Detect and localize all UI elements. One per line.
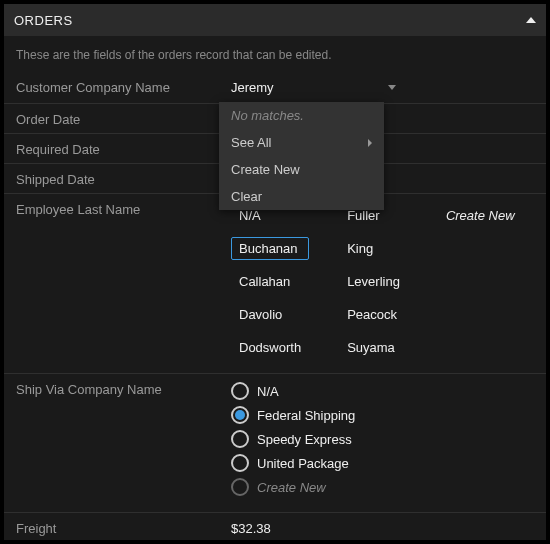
ship-via-option[interactable]: Federal Shipping <box>231 406 534 424</box>
label-required-date: Required Date <box>16 140 231 157</box>
radio-icon <box>231 406 249 424</box>
ship-via-option[interactable]: N/A <box>231 382 534 400</box>
panel-title: ORDERS <box>14 13 73 28</box>
dropdown-see-all-label: See All <box>231 135 271 150</box>
employee-option[interactable]: Leverling <box>339 270 408 293</box>
row-customer-company-name: Customer Company Name Jeremy No matches.… <box>4 72 546 104</box>
radio-icon <box>231 454 249 472</box>
panel-header: ORDERS <box>4 4 546 36</box>
customer-company-combobox[interactable]: Jeremy No matches. See All Create New Cl… <box>231 78 396 97</box>
employee-option[interactable]: King <box>339 237 408 260</box>
row-employee-last-name: Employee Last Name N/ABuchananCallahanDa… <box>4 194 546 374</box>
ship-via-option[interactable]: United Package <box>231 454 534 472</box>
label-customer-company-name: Customer Company Name <box>16 78 231 95</box>
row-freight: Freight $32.38 <box>4 513 546 542</box>
employee-create-new[interactable]: Create New <box>438 204 523 227</box>
radio-icon <box>231 382 249 400</box>
ship-via-option[interactable]: Speedy Express <box>231 430 534 448</box>
label-shipped-date: Shipped Date <box>16 170 231 187</box>
radio-label: United Package <box>257 456 349 471</box>
radio-label: Create New <box>257 480 326 495</box>
chevron-down-icon[interactable] <box>388 85 396 90</box>
employee-grid: N/ABuchananCallahanDavolioDodsworth Full… <box>231 200 534 359</box>
orders-panel: ORDERS These are the fields of the order… <box>0 0 550 544</box>
collapse-icon[interactable] <box>526 17 536 23</box>
radio-icon <box>231 478 249 496</box>
employee-option[interactable]: Callahan <box>231 270 309 293</box>
employee-option[interactable]: Peacock <box>339 303 408 326</box>
dropdown-clear[interactable]: Clear <box>219 183 384 210</box>
ship-via-create-new[interactable]: Create New <box>231 478 534 496</box>
helper-text: These are the fields of the orders recor… <box>4 36 546 72</box>
employee-option[interactable]: Suyama <box>339 336 408 359</box>
dropdown-no-matches: No matches. <box>219 102 384 129</box>
panel-content: These are the fields of the orders recor… <box>4 36 546 542</box>
radio-label: Speedy Express <box>257 432 352 447</box>
dropdown-see-all[interactable]: See All <box>219 129 384 156</box>
radio-label: Federal Shipping <box>257 408 355 423</box>
label-employee-last-name: Employee Last Name <box>16 200 231 217</box>
customer-company-dropdown: No matches. See All Create New Clear <box>219 102 384 210</box>
freight-value[interactable]: $32.38 <box>231 519 534 536</box>
label-ship-via: Ship Via Company Name <box>16 380 231 397</box>
label-freight: Freight <box>16 519 231 536</box>
radio-icon <box>231 430 249 448</box>
dropdown-create-new[interactable]: Create New <box>219 156 384 183</box>
employee-option[interactable]: Buchanan <box>231 237 309 260</box>
ship-via-radio-group: N/AFederal ShippingSpeedy ExpressUnited … <box>231 380 534 496</box>
chevron-right-icon <box>368 139 372 147</box>
customer-company-input[interactable]: Jeremy <box>231 78 381 97</box>
employee-option[interactable]: Dodsworth <box>231 336 309 359</box>
label-order-date: Order Date <box>16 110 231 127</box>
employee-option[interactable]: Davolio <box>231 303 309 326</box>
row-ship-via: Ship Via Company Name N/AFederal Shippin… <box>4 374 546 513</box>
radio-label: N/A <box>257 384 279 399</box>
